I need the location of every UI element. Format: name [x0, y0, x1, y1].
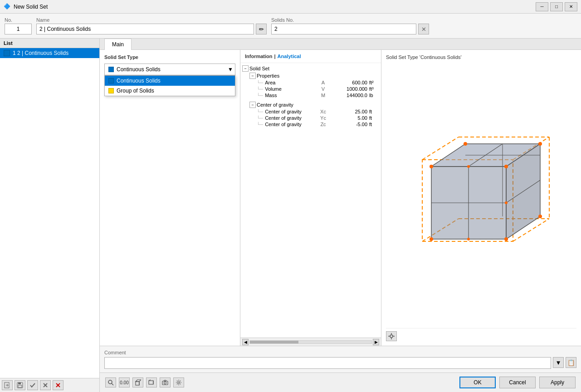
comment-input-row: ▼ 📋: [104, 357, 576, 369]
selected-type-label: Continuous Solids: [117, 66, 228, 73]
uncheck-button[interactable]: [40, 380, 51, 390]
cog-x-unit: ft: [367, 109, 381, 114]
scrollbar-thumb[interactable]: [250, 341, 298, 343]
option-icon-blue: [108, 78, 114, 83]
visualization-col: Solid Set Type 'Continuous Solids': [381, 50, 581, 346]
cog-y-value: 5.00: [331, 115, 367, 121]
bottom-zoom-input-button[interactable]: 0.00: [119, 377, 130, 387]
tab-bar: Main: [100, 39, 581, 50]
svg-point-35: [467, 238, 470, 240]
svg-point-42: [108, 380, 112, 384]
mass-label: Mass: [265, 93, 315, 98]
svg-point-29: [430, 237, 433, 241]
svg-point-53: [178, 382, 180, 383]
cog-x-label: Center of gravity: [265, 109, 315, 114]
information-header: Information | Analytical: [240, 50, 381, 63]
bottom-camera-button[interactable]: [160, 377, 171, 387]
cog-y-key: Yc: [315, 115, 331, 121]
cogx-line-icon: └─: [257, 109, 263, 114]
tree-row-cog-x: └─ Center of gravity Xc 25.00 ft: [240, 108, 381, 115]
close-button[interactable]: ✕: [565, 2, 577, 11]
svg-point-36: [505, 201, 508, 204]
edit-name-button[interactable]: ✏: [256, 24, 267, 34]
main-window: No. Name ✏ Solids No. ✕ List 1 2: [0, 14, 581, 392]
tree-row-area: └─ Area A 600.00 ft²: [240, 79, 381, 86]
svg-rect-4: [18, 382, 21, 384]
content-area: List 1 2 | Continuous Solids: [0, 39, 581, 392]
name-input[interactable]: [36, 24, 254, 34]
bottom-search-button[interactable]: [105, 377, 116, 387]
volume-unit: ft³: [367, 86, 381, 92]
svg-point-30: [504, 237, 508, 241]
volume-value: 1000.000: [331, 86, 367, 92]
comment-section: Comment ▼ 📋: [100, 346, 581, 372]
tree-row-cog-y: └─ Center of gravity Yc 5.00 ft: [240, 115, 381, 121]
visual-settings-button[interactable]: [386, 331, 397, 341]
svg-marker-52: [164, 380, 166, 381]
mass-line-icon: └─: [257, 93, 263, 98]
clear-solids-button[interactable]: ✕: [418, 24, 429, 34]
tree-node-properties: − Properties: [240, 72, 381, 79]
scroll-left-button[interactable]: ◀: [242, 339, 249, 345]
list-bottom-toolbar: [0, 378, 99, 392]
tree-node-cog: − Center of gravity: [240, 101, 381, 108]
selected-type-icon: [108, 67, 114, 72]
scrollbar-track[interactable]: [249, 340, 372, 344]
ok-button[interactable]: OK: [459, 377, 496, 388]
cog-x-key: Xc: [315, 109, 331, 114]
list-item-icon: [4, 50, 10, 56]
comment-dropdown-button[interactable]: ▼: [553, 357, 564, 368]
bottom-cube-button[interactable]: [132, 377, 143, 387]
comment-extra-button[interactable]: 📋: [566, 357, 576, 368]
list-item[interactable]: 1 2 | Continuous Solids: [0, 48, 99, 58]
properties-label: Properties: [257, 73, 279, 78]
left-panel: List 1 2 | Continuous Solids: [0, 39, 100, 392]
check-button[interactable]: [27, 380, 38, 390]
option-continuous-solids[interactable]: Continuous Solids: [105, 76, 235, 86]
name-label: Name: [36, 17, 267, 23]
solid-set-type-col: Solid Set Type Continuous Solids ▼ Conti…: [100, 50, 240, 346]
option-group-of-solids[interactable]: Group of Solids: [105, 86, 235, 96]
toggle-solid-set[interactable]: −: [242, 65, 249, 72]
no-field-group: No.: [5, 17, 32, 34]
bottom-left-toolbar: 0.00: [105, 377, 456, 387]
bottom-shape-button[interactable]: [146, 377, 157, 387]
no-input[interactable]: [5, 24, 32, 34]
cancel-button[interactable]: Cancel: [499, 377, 536, 388]
analytical-link[interactable]: Analytical: [278, 54, 301, 59]
solid-set-type-dropdown[interactable]: Continuous Solids ▼ Continuous Solids: [104, 64, 235, 75]
cogz-line-icon: └─: [257, 122, 263, 127]
solids-no-label: Solids No.: [271, 17, 429, 23]
area-line-icon: └─: [257, 80, 263, 85]
volume-label: Volume: [265, 86, 315, 92]
option-label-continuous: Continuous Solids: [117, 78, 161, 84]
svg-point-32: [538, 142, 542, 146]
mass-value: 144000.0: [331, 93, 367, 98]
svg-rect-5: [18, 385, 22, 387]
minimize-button[interactable]: ─: [536, 2, 548, 11]
scroll-right-button[interactable]: ▶: [373, 339, 379, 345]
solids-no-input[interactable]: [271, 24, 416, 34]
bottom-settings-button[interactable]: [173, 377, 184, 387]
new-item-button[interactable]: [2, 380, 13, 390]
maximize-button[interactable]: □: [550, 2, 563, 11]
title-bar: 🔷 New Solid Set ─ □ ✕: [0, 0, 581, 14]
apply-button[interactable]: Apply: [539, 377, 576, 388]
toggle-properties[interactable]: −: [249, 73, 256, 79]
svg-point-33: [538, 215, 542, 218]
option-label-group: Group of Solids: [117, 88, 154, 94]
tab-main[interactable]: Main: [104, 39, 132, 50]
toggle-cog[interactable]: −: [249, 102, 256, 108]
visualization-header: Solid Set Type 'Continuous Solids': [386, 54, 576, 60]
delete-button[interactable]: [53, 380, 63, 390]
svg-rect-44: [136, 382, 139, 385]
information-label: Information: [245, 54, 273, 59]
svg-point-28: [504, 165, 508, 168]
scrollbar-row[interactable]: ◀ ▶: [240, 338, 381, 346]
list-area: 1 2 | Continuous Solids: [0, 48, 99, 378]
comment-input[interactable]: [104, 357, 551, 369]
save-item-button[interactable]: [15, 380, 25, 390]
volume-line-icon: └─: [257, 87, 263, 92]
cog-z-unit: ft: [367, 122, 381, 127]
svg-rect-47: [149, 381, 153, 384]
